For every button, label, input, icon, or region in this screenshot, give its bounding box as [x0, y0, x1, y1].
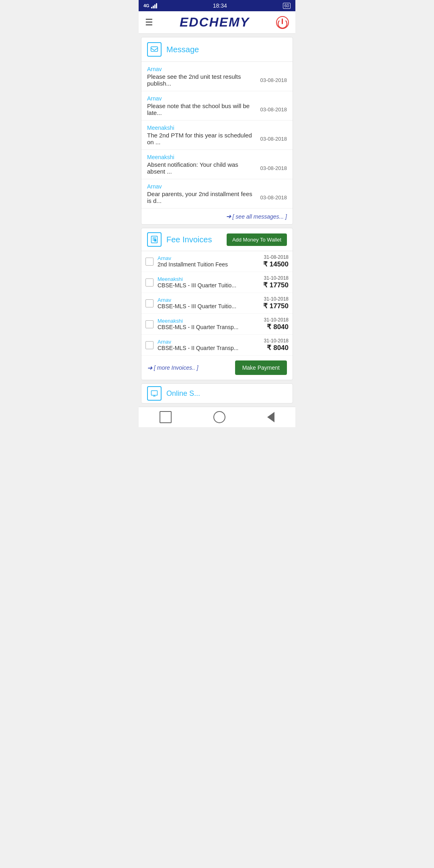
fee-section-header: Fee Invoices Add Money To Wallet [141, 228, 293, 251]
see-all-arrow-icon: ➜ [226, 213, 231, 220]
message-date-2: 03-08-2018 [260, 106, 287, 113]
message-sender-4: Meenakshi [147, 154, 287, 160]
add-money-wallet-button[interactable]: Add Money To Wallet [227, 233, 287, 246]
message-row-2: Please note that the school bus will be … [147, 102, 287, 116]
message-row-3: The 2nd PTM for this year is scheduled o… [147, 132, 287, 145]
invoice-checkbox-2[interactable] [145, 278, 154, 287]
invoice-right-1: 31-08-2018 ₹ 14500 [263, 254, 289, 268]
message-item-2[interactable]: Arnav Please note that the school bus wi… [141, 91, 293, 121]
invoice-checkbox-4[interactable] [145, 320, 154, 328]
message-date-1: 03-08-2018 [260, 77, 287, 83]
message-row-4: Absent notification: Your child was abse… [147, 161, 287, 175]
online-section-title: Online S... [166, 389, 200, 398]
message-date-5: 03-08-2018 [260, 194, 287, 201]
invoice-student-3: Arnav [158, 297, 259, 303]
message-sender-2: Arnav [147, 95, 287, 102]
invoice-right-4: 31-10-2018 ₹ 8040 [264, 317, 289, 331]
invoice-item-1[interactable]: Arnav 2nd Installment Tuition Fees 31-08… [141, 251, 293, 272]
message-text-1: Please see the 2nd unit test results pub… [147, 73, 257, 87]
invoice-desc-2: CBSE-MLS - III Quarter Tuitio... [158, 282, 259, 289]
message-item-5[interactable]: Arnav Dear parents, your 2nd installment… [141, 179, 293, 209]
android-nav-bar [139, 407, 295, 427]
message-date-3: 03-08-2018 [260, 136, 287, 142]
invoice-details-4: Meenakshi CBSE-MLS - II Quarter Transp..… [158, 318, 260, 330]
fee-invoices-card: Fee Invoices Add Money To Wallet Arnav 2… [141, 228, 293, 380]
invoice-details-5: Arnav CBSE-MLS - II Quarter Transp... [158, 339, 260, 351]
see-all-messages-link[interactable]: ➜ [ see all messages... ] [226, 213, 287, 220]
invoice-right-2: 31-10-2018 ₹ 17750 [263, 275, 289, 289]
status-carrier: 4G [143, 3, 157, 8]
message-row-1: Please see the 2nd unit test results pub… [147, 73, 287, 87]
invoice-checkbox-1[interactable] [145, 258, 154, 266]
signal-icon [151, 3, 157, 8]
message-item-4[interactable]: Meenakshi Absent notification: Your chil… [141, 150, 293, 179]
message-sender-5: Arnav [147, 183, 287, 190]
invoice-amount-4: ₹ 8040 [264, 323, 289, 331]
invoice-desc-5: CBSE-MLS - II Quarter Transp... [158, 345, 260, 351]
make-payment-button[interactable]: Make Payment [235, 360, 287, 375]
invoice-right-5: 31-10-2018 ₹ 8040 [264, 338, 289, 352]
invoice-date-2: 31-10-2018 [263, 275, 289, 281]
status-battery: 60 [283, 3, 291, 9]
android-home-circle-button[interactable] [213, 411, 225, 423]
android-back-square-button[interactable] [160, 411, 172, 423]
hamburger-menu-icon[interactable]: ☰ [145, 17, 153, 28]
invoice-details-1: Arnav 2nd Installment Tuition Fees [158, 255, 259, 268]
more-invoices-link[interactable]: ➜ [ more Invoices.. ] [147, 364, 198, 372]
invoice-checkbox-3[interactable] [145, 299, 154, 307]
message-row-5: Dear parents, your 2nd installment fees … [147, 190, 287, 204]
invoice-amount-5: ₹ 8040 [264, 344, 289, 352]
invoice-right-3: 31-10-2018 ₹ 17750 [263, 296, 289, 310]
message-section-header: Message [141, 37, 293, 62]
message-card: Message Arnav Please see the 2nd unit te… [141, 37, 293, 225]
invoice-desc-4: CBSE-MLS - II Quarter Transp... [158, 324, 260, 330]
invoice-item-5[interactable]: Arnav CBSE-MLS - II Quarter Transp... 31… [141, 335, 293, 356]
message-text-3: The 2nd PTM for this year is scheduled o… [147, 132, 257, 145]
invoice-footer: ➜ [ more Invoices.. ] Make Payment [141, 356, 293, 380]
android-back-triangle-button[interactable] [267, 412, 274, 422]
message-item-3[interactable]: Meenakshi The 2nd PTM for this year is s… [141, 121, 293, 150]
invoice-date-3: 31-10-2018 [263, 296, 289, 302]
message-item-1[interactable]: Arnav Please see the 2nd unit test resul… [141, 62, 293, 91]
status-bar: 4G 18:34 60 [139, 0, 295, 11]
fee-header-left: Fee Invoices [147, 232, 212, 247]
invoice-student-4: Meenakshi [158, 318, 260, 324]
battery-icon: 60 [283, 3, 291, 9]
message-date-4: 03-08-2018 [260, 165, 287, 171]
invoice-date-4: 31-10-2018 [264, 317, 289, 323]
fee-section-title: Fee Invoices [166, 235, 212, 244]
app-bar: ☰ EDCHEMY [139, 11, 295, 34]
invoice-date-1: 31-08-2018 [263, 254, 289, 260]
power-icon[interactable] [276, 16, 289, 29]
invoice-details-3: Arnav CBSE-MLS - III Quarter Tuitio... [158, 297, 259, 309]
invoice-amount-2: ₹ 17750 [263, 281, 289, 289]
main-content: Message Arnav Please see the 2nd unit te… [139, 37, 295, 427]
invoice-student-2: Meenakshi [158, 276, 259, 282]
svg-rect-5 [155, 240, 156, 241]
more-invoices-arrow-icon: ➜ [147, 364, 152, 372]
invoice-item-4[interactable]: Meenakshi CBSE-MLS - II Quarter Transp..… [141, 314, 293, 335]
invoice-date-5: 31-10-2018 [264, 338, 289, 344]
status-time: 18:34 [213, 2, 227, 9]
invoice-desc-3: CBSE-MLS - III Quarter Tuitio... [158, 303, 259, 309]
invoice-amount-3: ₹ 17750 [263, 302, 289, 310]
online-section-card: Online S... [141, 383, 293, 403]
invoice-item-2[interactable]: Meenakshi CBSE-MLS - III Quarter Tuitio.… [141, 272, 293, 293]
message-text-2: Please note that the school bus will be … [147, 102, 257, 116]
message-text-5: Dear parents, your 2nd installment fees … [147, 190, 257, 204]
app-title: EDCHEMY [180, 15, 250, 30]
message-section-title: Message [166, 45, 199, 54]
carrier-label: 4G [143, 3, 149, 8]
message-sender-3: Meenakshi [147, 125, 287, 131]
message-icon [147, 42, 162, 57]
invoice-student-5: Arnav [158, 339, 260, 345]
online-section-icon [147, 386, 162, 401]
see-all-row[interactable]: ➜ [ see all messages... ] [141, 209, 293, 224]
more-invoices-label: [ more Invoices.. ] [154, 364, 198, 371]
message-sender-1: Arnav [147, 66, 287, 72]
see-all-label: [ see all messages... ] [233, 213, 287, 220]
svg-rect-6 [151, 391, 158, 395]
invoice-checkbox-5[interactable] [145, 341, 154, 349]
invoice-desc-1: 2nd Installment Tuition Fees [158, 261, 259, 268]
invoice-item-3[interactable]: Arnav CBSE-MLS - III Quarter Tuitio... 3… [141, 293, 293, 314]
